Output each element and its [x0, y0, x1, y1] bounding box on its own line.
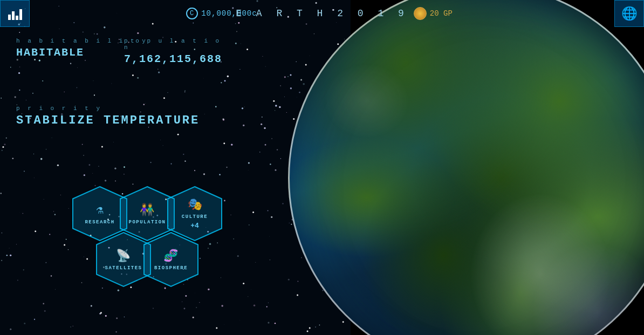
- hex-grid: ⚗️ RESEARCH 👫 POPULATION 🎭 CULTURE +4: [70, 184, 243, 308]
- culture-icon: 🎭: [188, 197, 202, 212]
- planet-globe: [288, 0, 644, 335]
- research-icon: ⚗️: [96, 203, 103, 217]
- priority-label: p r i o r i t y: [16, 105, 200, 112]
- culture-value: +4: [190, 222, 199, 230]
- satellites-label: SATELLITES: [105, 265, 142, 271]
- gp-value: 20 GP: [430, 9, 453, 18]
- population-value: 7,162,115,688: [124, 53, 222, 65]
- bar-chart-icon: [8, 7, 22, 20]
- culture-label: CULTURE: [182, 214, 208, 220]
- planet-title: E A R T H 2 0 1 9: [236, 8, 408, 19]
- gp-display: 20 GP: [414, 7, 453, 20]
- globe-icon: 🌐: [621, 6, 638, 22]
- currency-icon: C: [186, 8, 198, 19]
- stats-button[interactable]: [0, 0, 30, 27]
- hex-biosphere[interactable]: 🧬 BIOSPHERE: [141, 230, 201, 289]
- globe-button[interactable]: 🌐: [614, 0, 644, 27]
- population-label: POPULATION: [128, 220, 166, 225]
- priority-value: STABILIZE TEMPERATURE: [16, 114, 200, 127]
- population-label: p o p u l a t i o n: [124, 38, 222, 51]
- info-panel: h a b i t a b i l i t y HABITABLE p o p …: [16, 38, 148, 70]
- top-bar: C 10,000,000c E A R T H 2 0 1 9 20 GP 🌐: [0, 0, 644, 27]
- biosphere-label: BIOSPHERE: [154, 265, 188, 271]
- gp-icon: [414, 7, 427, 20]
- biosphere-icon: 🧬: [163, 249, 178, 263]
- population-icon: 👫: [140, 203, 154, 217]
- research-label: RESEARCH: [85, 220, 114, 225]
- satellites-icon: 📡: [116, 249, 131, 263]
- priority-panel: p r i o r i t y STABILIZE TEMPERATURE: [16, 105, 200, 127]
